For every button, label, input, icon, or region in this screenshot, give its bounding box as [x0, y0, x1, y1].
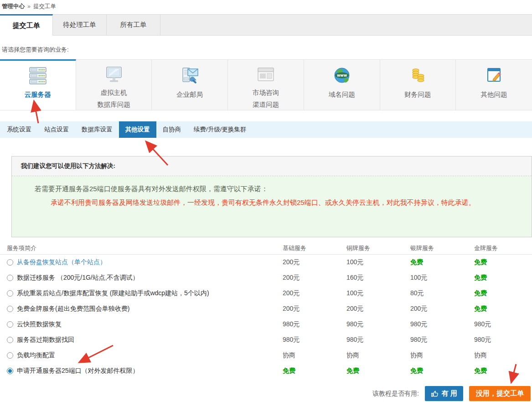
- monitor-icon: [104, 66, 124, 85]
- category-label: 企业邮局: [176, 89, 203, 100]
- price-bronze: 免费: [346, 367, 410, 375]
- notice-line-1: 若需要开通服务器25端口使服务器具有对外发送邮件权限，需遵守以下承诺：: [12, 182, 532, 196]
- service-option[interactable]: 云快照数据恢复: [7, 320, 283, 329]
- price-bronze: 980元: [346, 320, 410, 329]
- table-row: 系统重装后站点/数据库配置恢复 (限建站助手或wdcp建站，5个以内) 200元…: [0, 286, 532, 301]
- price-bronze: 200元: [346, 305, 410, 313]
- table-row: 数据迁移服务 （200元/1G/站点,不含调试） 200元 160元 100元 …: [0, 270, 532, 286]
- price-basic: 协商: [283, 351, 346, 360]
- service-label[interactable]: 从备份盘恢复站点（单个站点）: [17, 258, 106, 266]
- subtab-other-settings[interactable]: 其他设置: [119, 121, 156, 138]
- category-finance[interactable]: 财务问题: [380, 59, 456, 110]
- price-gold: 协商: [474, 351, 532, 360]
- category-label-line: 渠道问题: [253, 99, 279, 110]
- price-gold: 免费: [474, 289, 532, 298]
- table-row: 从备份盘恢复站点（单个站点） 200元 100元 免费 免费: [0, 255, 532, 270]
- subtab-renew-upgrade[interactable]: 续费/升级/更换集群: [187, 121, 253, 138]
- subtab-site-settings[interactable]: 站点设置: [38, 121, 75, 138]
- radio-button[interactable]: [7, 321, 13, 328]
- price-bronze: 协商: [346, 351, 410, 360]
- service-label[interactable]: 负载均衡配置: [17, 351, 55, 360]
- service-option[interactable]: 免费金牌服务(超出免费范围会单独收费): [7, 305, 283, 313]
- radio-button[interactable]: [7, 368, 13, 374]
- svg-text:www: www: [337, 73, 347, 78]
- category-label-line: 企业邮局: [176, 89, 203, 100]
- price-silver: 100元: [410, 274, 474, 282]
- table-row: 申请开通服务器25端口（对外发邮件权限） 免费 免费 免费 免费: [0, 363, 532, 379]
- price-basic: 980元: [283, 336, 346, 344]
- coins-icon: [408, 66, 428, 87]
- radio-button[interactable]: [7, 259, 13, 266]
- category-market-consult[interactable]: 市场咨询 渠道问题: [228, 59, 304, 110]
- service-option[interactable]: 从备份盘恢复站点（单个站点）: [7, 258, 283, 266]
- tab-all-tickets[interactable]: 所有工单: [107, 15, 160, 35]
- service-option[interactable]: 数据迁移服务 （200元/1G/站点,不含调试）: [7, 274, 283, 282]
- radio-button[interactable]: [7, 275, 13, 281]
- category-virtual-host-db[interactable]: 虚拟主机 数据库问题: [76, 59, 152, 110]
- service-option[interactable]: 系统重装后站点/数据库配置恢复 (限建站助手或wdcp建站，5个以内): [7, 289, 283, 298]
- select-service-prompt: 请选择您需要咨询的业务:: [2, 46, 532, 54]
- useful-button-label: 有 用: [442, 389, 457, 398]
- category-label-line: 市场咨询: [253, 87, 279, 99]
- radio-button[interactable]: [7, 352, 13, 359]
- notice-line-2: 承诺不利用贵司服务器及网络发送垃圾邮件，一经发现，贵司有权无条件永久封锁25端口…: [12, 196, 532, 209]
- category-label-line: 其他问题: [481, 89, 507, 100]
- price-basic: 200元: [283, 258, 346, 266]
- tab-pending-tickets[interactable]: 待处理工单: [53, 15, 107, 35]
- service-label[interactable]: 服务器过期数据找回: [17, 336, 74, 344]
- price-silver: 980元: [410, 336, 474, 344]
- subtab-database-settings[interactable]: 数据库设置: [75, 121, 119, 138]
- price-basic: 200元: [283, 289, 346, 298]
- service-label[interactable]: 申请开通服务器25端口（对外发邮件权限）: [17, 367, 139, 375]
- radio-button[interactable]: [7, 337, 13, 343]
- column-header-gold: 金牌服务: [474, 244, 532, 252]
- price-bronze: 160元: [346, 274, 410, 282]
- category-label-line: 域名问题: [329, 89, 355, 100]
- radio-button[interactable]: [7, 290, 13, 297]
- price-gold: 980元: [474, 336, 532, 344]
- edit-document-icon: [484, 66, 504, 87]
- main-tabbar: 提交工单 待处理工单 所有工单: [0, 14, 532, 36]
- category-domain[interactable]: www 域名问题: [304, 59, 380, 110]
- tab-submit-ticket[interactable]: 提交工单: [0, 14, 53, 36]
- price-bronze: 980元: [346, 336, 410, 344]
- subtab-self-negotiate[interactable]: 自协商: [156, 121, 188, 138]
- table-row: 负载均衡配置 协商 协商 协商 协商: [0, 348, 532, 363]
- service-label[interactable]: 云快照数据恢复: [17, 320, 62, 329]
- category-other[interactable]: 其他问题: [456, 59, 532, 110]
- category-cloud-server[interactable]: 云服务器: [0, 59, 76, 110]
- category-label: 云服务器: [25, 89, 51, 100]
- useful-button[interactable]: 有 用: [425, 386, 463, 401]
- radio-button[interactable]: [7, 306, 13, 312]
- price-gold: 免费: [474, 367, 532, 375]
- submit-ticket-button-label: 没用，提交工单: [476, 389, 524, 398]
- breadcrumb-root[interactable]: 管理中心: [2, 3, 25, 10]
- service-option[interactable]: 负载均衡配置: [7, 351, 283, 360]
- globe-icon: www: [332, 66, 352, 87]
- price-silver: 免费: [410, 367, 474, 375]
- service-label[interactable]: 数据迁移服务 （200元/1G/站点,不含调试）: [17, 274, 139, 282]
- category-enterprise-mail[interactable]: 企业邮局: [152, 59, 228, 110]
- price-bronze: 100元: [346, 258, 410, 266]
- service-option[interactable]: 服务器过期数据找回: [7, 336, 283, 344]
- category-label: 财务问题: [404, 89, 431, 100]
- service-label[interactable]: 系统重装后站点/数据库配置恢复 (限建站助手或wdcp建站，5个以内): [17, 289, 209, 298]
- footer-bar: 该教程是否有用: 有 用 没用，提交工单: [0, 386, 532, 401]
- price-gold: 免费: [474, 305, 532, 313]
- price-silver: 免费: [410, 258, 474, 266]
- column-header-service: 服务项简介: [7, 244, 283, 252]
- category-label-line: 云服务器: [25, 89, 51, 100]
- table-row: 云快照数据恢复 980元 980元 980元 980元: [0, 317, 532, 332]
- category-label-line: 数据库问题: [97, 99, 130, 110]
- subtab-system-settings[interactable]: 系统设置: [0, 121, 38, 138]
- price-basic: 200元: [283, 305, 346, 313]
- category-label: 虚拟主机 数据库问题: [97, 87, 130, 110]
- submit-ticket-button[interactable]: 没用，提交工单: [469, 386, 531, 401]
- service-label[interactable]: 免费金牌服务(超出免费范围会单独收费): [17, 305, 129, 313]
- breadcrumb-current: 提交工单: [33, 3, 56, 10]
- service-option[interactable]: 申请开通服务器25端口（对外发邮件权限）: [7, 367, 283, 375]
- service-table: 服务项简介 基础服务 铜牌服务 银牌服务 金牌服务 从备份盘恢复站点（单个站点）…: [0, 242, 532, 379]
- price-basic: 980元: [283, 320, 346, 329]
- thumbs-up-icon: [431, 390, 439, 397]
- column-header-bronze: 铜牌服务: [346, 244, 410, 252]
